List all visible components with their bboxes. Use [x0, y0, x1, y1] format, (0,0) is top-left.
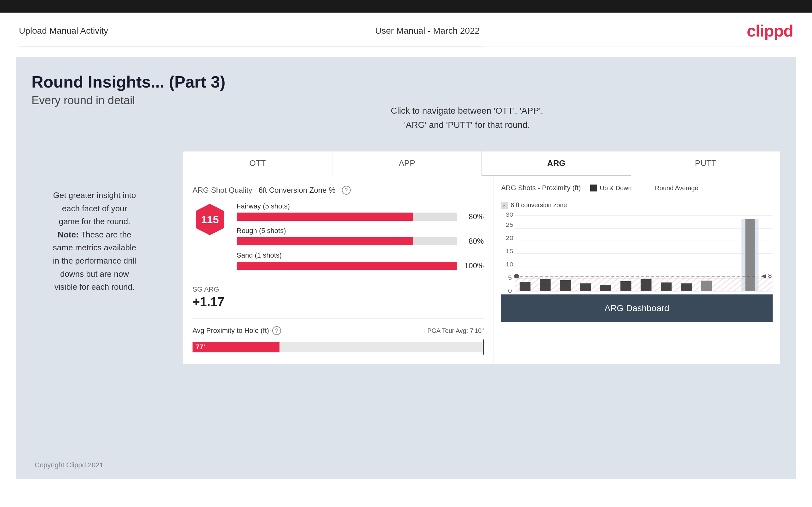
- svg-text:0: 0: [508, 288, 512, 294]
- legend-conversion-label: 6 ft conversion zone: [510, 202, 567, 209]
- proximity-title: Avg Proximity to Hole (ft) ?: [193, 326, 281, 335]
- dashboard-card: OTT APP ARG PUTT ARG Shot Quality 6ft Co…: [183, 151, 780, 364]
- left-panel: ARG Shot Quality 6ft Conversion Zone % ?…: [183, 176, 494, 364]
- doc-title: User Manual - March 2022: [375, 26, 479, 36]
- svg-rect-29: [681, 283, 692, 291]
- legend-updown-label: Up & Down: [600, 184, 631, 192]
- arg-dashboard-button[interactable]: ARG Dashboard: [501, 294, 773, 322]
- tab-ott[interactable]: OTT: [183, 152, 333, 176]
- bar-row-fairway: Fairway (5 shots) 80%: [237, 202, 484, 221]
- tab-putt[interactable]: PUTT: [631, 152, 780, 176]
- chart-header: ARG Shots - Proximity (ft) Up & Down Rou…: [501, 184, 773, 209]
- legend-round-avg-label: Round Average: [655, 184, 699, 192]
- header: Upload Manual Activity User Manual - Mar…: [0, 13, 812, 47]
- svg-rect-31: [746, 219, 755, 291]
- upload-label: Upload Manual Activity: [19, 26, 108, 36]
- page-title: Round Insights... (Part 3): [32, 72, 780, 91]
- pga-avg: ↑ PGA Tour Avg: 7'10": [422, 327, 484, 334]
- svg-rect-30: [701, 281, 712, 291]
- nav-hint: Click to navigate between 'OTT', 'APP','…: [391, 104, 543, 132]
- panels-row: ARG Shot Quality 6ft Conversion Zone % ?…: [183, 176, 780, 364]
- help-icon[interactable]: ?: [342, 186, 351, 194]
- chart-area: 0 5 10 15 20 25 30: [501, 213, 773, 294]
- svg-text:10: 10: [506, 261, 514, 268]
- clippd-logo: clippd: [747, 21, 793, 40]
- proximity-header: Avg Proximity to Hole (ft) ? ↑ PGA Tour …: [193, 326, 484, 335]
- tabs-row: OTT APP ARG PUTT: [183, 152, 780, 176]
- svg-text:20: 20: [506, 235, 514, 241]
- bar-fill-fairway: [237, 213, 413, 221]
- svg-point-33: [514, 274, 519, 278]
- legend-check-icon: ✓: [501, 202, 508, 209]
- footer-copyright: Copyright Clippd 2021: [35, 461, 103, 469]
- sg-section: SG ARG +1.17: [193, 285, 484, 309]
- svg-text:15: 15: [506, 248, 514, 255]
- insight-line1: Get greater insight intoeach facet of yo…: [53, 190, 136, 226]
- proximity-bar-fill: [193, 342, 280, 352]
- svg-rect-22: [540, 279, 551, 291]
- bar-pct-sand: 100%: [462, 261, 484, 270]
- svg-rect-23: [560, 280, 571, 291]
- svg-text:5: 5: [508, 275, 512, 281]
- hexagon-value: 115: [201, 214, 219, 226]
- bar-label-sand: Sand (1 shots): [237, 251, 484, 260]
- proximity-bar-track: 77': [193, 339, 484, 354]
- legend-dashed-icon: [641, 188, 653, 188]
- tab-app[interactable]: APP: [333, 152, 482, 176]
- svg-rect-24: [580, 283, 591, 291]
- insight-note-label: Note:: [58, 230, 79, 239]
- svg-rect-28: [661, 282, 672, 291]
- bar-pct-fairway: 80%: [462, 212, 484, 221]
- svg-rect-25: [600, 285, 611, 291]
- panel-header: ARG Shot Quality 6ft Conversion Zone % ?: [193, 186, 484, 194]
- bar-row-rough: Rough (5 shots) 80%: [237, 227, 484, 246]
- bar-label-rough: Rough (5 shots): [237, 227, 484, 235]
- proximity-cursor: [483, 339, 484, 354]
- bar-label-fairway: Fairway (5 shots): [237, 202, 484, 210]
- sg-label: SG ARG: [193, 285, 484, 293]
- proximity-section: Avg Proximity to Hole (ft) ? ↑ PGA Tour …: [193, 318, 484, 354]
- tab-arg[interactable]: ARG: [482, 152, 631, 176]
- svg-rect-21: [520, 282, 530, 291]
- legend-square-updown: [590, 184, 597, 191]
- hexagon-badge: 115: [193, 202, 227, 237]
- svg-rect-26: [620, 281, 631, 291]
- hexagon-bars-container: 115 Fairway (5 shots) 80% Rough (5 shots…: [193, 202, 484, 276]
- bar-fill-rough: [237, 237, 413, 245]
- chart-title: ARG Shots - Proximity (ft): [501, 184, 581, 192]
- proximity-label: Avg Proximity to Hole (ft): [193, 327, 269, 335]
- legend-updown: Up & Down: [590, 184, 631, 192]
- bars-section: Fairway (5 shots) 80% Rough (5 shots) 80…: [237, 202, 484, 276]
- legend-round-avg: Round Average: [641, 184, 699, 192]
- bar-fill-sand: [237, 262, 457, 270]
- proximity-bar-bg: 77': [193, 342, 483, 352]
- bar-pct-rough: 80%: [462, 237, 484, 246]
- right-panel: ARG Shots - Proximity (ft) Up & Down Rou…: [494, 176, 780, 364]
- shot-quality-label: ARG Shot Quality: [193, 186, 252, 194]
- metric-label: 6ft Conversion Zone %: [258, 186, 335, 194]
- chart-svg: 0 5 10 15 20 25 30: [501, 213, 773, 294]
- svg-rect-27: [641, 279, 651, 291]
- legend-conversion: ✓ 6 ft conversion zone: [501, 202, 567, 209]
- left-insight-text: Get greater insight intoeach facet of yo…: [35, 189, 154, 294]
- top-bar: [0, 0, 812, 13]
- nav-hint-text: Click to navigate between 'OTT', 'APP','…: [391, 106, 543, 130]
- main-content: Round Insights... (Part 3) Every round i…: [16, 57, 796, 478]
- bar-row-sand: Sand (1 shots) 100%: [237, 251, 484, 270]
- svg-text:25: 25: [506, 222, 514, 228]
- svg-text:◀ 8: ◀ 8: [761, 273, 772, 279]
- proximity-bar-value: 77': [196, 343, 205, 351]
- header-divider: [19, 47, 793, 47]
- svg-text:30: 30: [506, 213, 514, 218]
- proximity-help-icon[interactable]: ?: [272, 326, 281, 335]
- sg-value: +1.17: [193, 295, 484, 309]
